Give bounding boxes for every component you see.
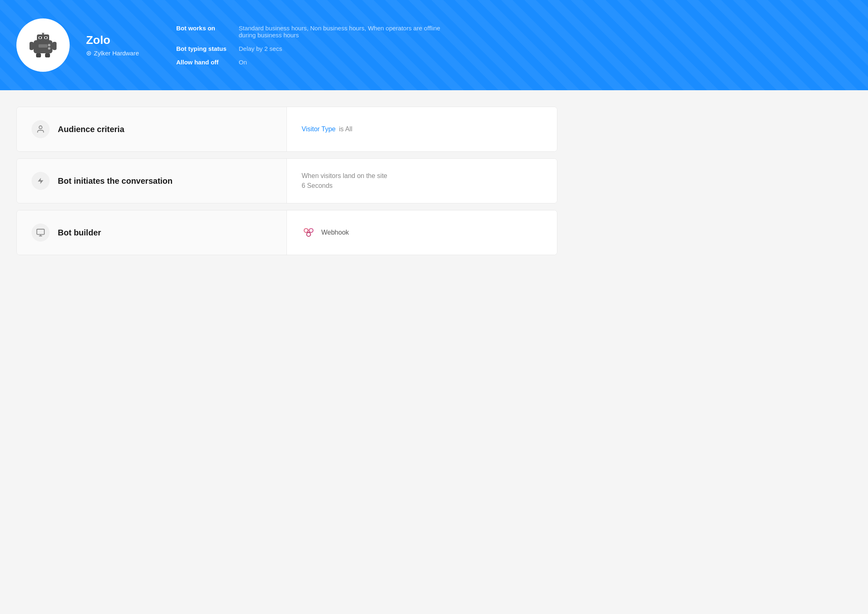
svg-rect-11	[30, 42, 34, 50]
audience-criteria-card: Audience criteria Visitor Type is All	[16, 107, 557, 152]
header: Zolo ⊛ Zylker Hardware Bot works on Stan…	[0, 0, 868, 90]
svg-rect-8	[39, 44, 48, 48]
bot-works-on-label: Bot works on	[176, 25, 227, 32]
bot-initiates-title: Bot initiates the conversation	[58, 176, 173, 186]
svg-rect-17	[37, 229, 44, 235]
audience-criteria-suffix: is All	[339, 126, 352, 133]
bot-initiates-line1: When visitors land on the site	[302, 172, 387, 180]
bot-builder-left: Bot builder	[17, 210, 287, 255]
audience-criteria-right: Visitor Type is All	[287, 107, 557, 151]
bot-initiates-left: Bot initiates the conversation	[17, 159, 287, 203]
bot-avatar	[16, 18, 70, 72]
allow-handoff-label: Allow hand off	[176, 59, 227, 66]
audience-criteria-left: Audience criteria	[17, 107, 287, 151]
bot-initiates-line2: 6 Seconds	[302, 182, 387, 189]
bot-initiates-right: When visitors land on the site 6 Seconds	[287, 159, 557, 203]
svg-point-10	[48, 47, 50, 50]
audience-icon	[32, 120, 50, 138]
visitor-type-link[interactable]: Visitor Type	[302, 126, 336, 133]
bot-info: Zolo ⊛ Zylker Hardware	[86, 34, 152, 57]
bot-builder-icon	[32, 224, 50, 242]
bot-builder-title: Bot builder	[58, 228, 101, 237]
svg-point-15	[39, 126, 42, 129]
webhook-label: Webhook	[321, 229, 349, 236]
layers-icon: ⊛	[86, 49, 91, 57]
bot-name: Zolo	[86, 34, 152, 47]
svg-rect-7	[45, 37, 47, 39]
bot-typing-value: Delay by 2 secs	[239, 45, 444, 52]
bot-org: ⊛ Zylker Hardware	[86, 49, 152, 57]
svg-point-9	[48, 44, 50, 46]
webhook-icon	[302, 224, 316, 241]
bot-works-on-value: Standard business hours, Non business ho…	[239, 25, 444, 39]
main-content: Audience criteria Visitor Type is All Bo…	[0, 90, 574, 272]
bot-initiates-card: Bot initiates the conversation When visi…	[16, 158, 557, 203]
bot-builder-card: Bot builder Webhook	[16, 210, 557, 255]
svg-rect-12	[52, 42, 57, 50]
allow-handoff-value: On	[239, 59, 444, 66]
lightning-icon	[32, 172, 50, 190]
robot-icon	[29, 33, 57, 57]
svg-rect-6	[39, 37, 41, 39]
bot-typing-label: Bot typing status	[176, 45, 227, 52]
svg-point-20	[307, 232, 311, 236]
svg-rect-13	[36, 53, 41, 57]
bot-builder-right: Webhook	[287, 210, 557, 255]
svg-marker-16	[38, 178, 43, 184]
svg-point-3	[42, 33, 44, 34]
bot-details: Bot works on Standard business hours, No…	[176, 25, 444, 66]
bot-initiates-details: When visitors land on the site 6 Seconds	[302, 172, 387, 189]
webhook-container: Webhook	[302, 224, 349, 241]
audience-criteria-title: Audience criteria	[58, 125, 124, 134]
svg-rect-14	[45, 53, 50, 57]
org-name: Zylker Hardware	[94, 50, 139, 57]
